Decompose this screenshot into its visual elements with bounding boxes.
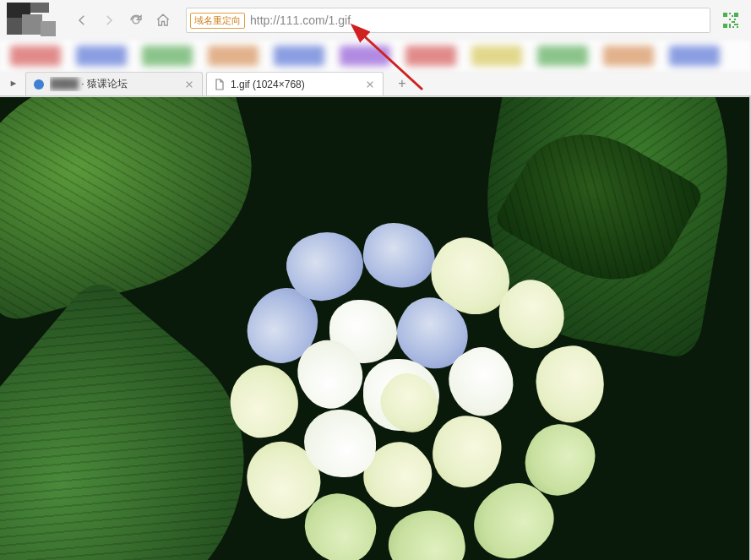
svg-rect-11 <box>732 26 734 28</box>
new-tab-button[interactable]: + <box>390 72 414 95</box>
browser-chrome: 域名重定向 http://111.com/1.gif ████ · 猿课论坛 <box>0 0 751 97</box>
svg-rect-3 <box>729 13 731 14</box>
redirect-badge: 域名重定向 <box>190 13 245 29</box>
url-text: http://111.com/1.gif <box>250 14 706 27</box>
forward-button[interactable] <box>98 9 120 31</box>
svg-rect-9 <box>734 24 738 25</box>
browser-logo <box>7 3 57 38</box>
svg-point-12 <box>34 79 44 90</box>
svg-rect-10 <box>737 26 738 28</box>
tab-close-button[interactable] <box>364 79 376 90</box>
favicon-icon <box>33 79 45 90</box>
svg-rect-6 <box>734 19 736 20</box>
file-icon <box>214 79 226 90</box>
close-icon <box>185 80 193 89</box>
tab-close-button[interactable] <box>183 79 195 90</box>
svg-rect-8 <box>729 24 731 28</box>
tab-title: ████ · 猿课论坛 <box>50 77 178 91</box>
refresh-button[interactable] <box>125 9 147 31</box>
home-button[interactable] <box>152 9 174 31</box>
tab-list-button[interactable] <box>5 72 22 95</box>
page-content-image <box>0 97 751 560</box>
svg-rect-1 <box>734 13 738 17</box>
svg-rect-0 <box>723 13 727 17</box>
address-bar[interactable]: 域名重定向 http://111.com/1.gif <box>186 8 710 33</box>
tab-title: 1.gif (1024×768) <box>231 79 359 90</box>
tab-1[interactable]: ████ · 猿课论坛 <box>25 72 203 95</box>
bookmarks-bar <box>0 41 751 71</box>
svg-rect-5 <box>729 19 731 20</box>
refresh-icon <box>128 13 144 28</box>
navigation-toolbar: 域名重定向 http://111.com/1.gif <box>0 0 751 41</box>
close-icon <box>366 80 374 89</box>
tab-2-active[interactable]: 1.gif (1024×768) <box>206 72 384 95</box>
back-button[interactable] <box>71 9 93 31</box>
svg-rect-7 <box>732 21 735 23</box>
chevron-left-icon <box>74 13 90 28</box>
svg-rect-4 <box>732 15 733 17</box>
tab-bar: ████ · 猿课论坛 1.gif (1024×768) + <box>0 71 751 96</box>
play-icon <box>9 79 18 88</box>
qr-code-icon[interactable] <box>722 12 739 29</box>
chevron-right-icon <box>101 13 117 28</box>
home-icon <box>155 13 171 28</box>
svg-rect-2 <box>723 24 727 28</box>
